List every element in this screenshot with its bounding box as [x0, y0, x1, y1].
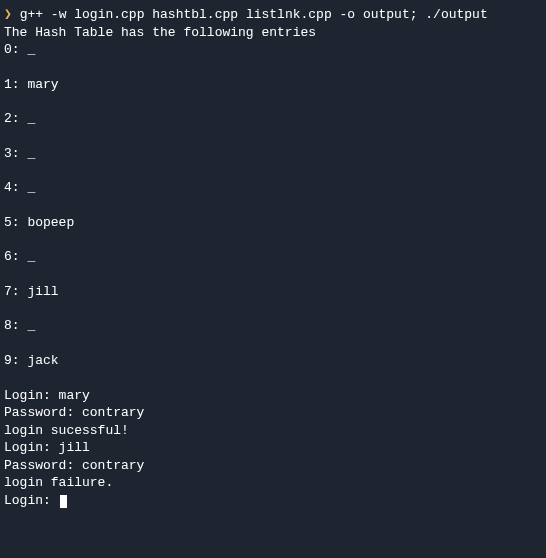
command-line: ❯ g++ -w login.cpp hashtbl.cpp listlnk.c…	[4, 6, 542, 24]
login-session: Login: maryPassword: contrarylogin suces…	[4, 387, 542, 492]
blank-line	[4, 335, 542, 352]
current-login-prompt[interactable]: Login:	[4, 492, 542, 510]
hash-entry: 1: mary	[4, 76, 542, 94]
session-line: Password: contrary	[4, 404, 542, 422]
hash-entry: 3: _	[4, 145, 542, 163]
blank-line	[4, 59, 542, 76]
session-line: Login: mary	[4, 387, 542, 405]
hash-entry: 0: _	[4, 41, 542, 59]
hash-entry: 5: bopeep	[4, 214, 542, 232]
blank-line	[4, 370, 542, 387]
hash-entry: 7: jill	[4, 283, 542, 301]
blank-line	[4, 197, 542, 214]
hash-entry: 8: _	[4, 317, 542, 335]
cursor	[60, 495, 67, 508]
session-line: Password: contrary	[4, 457, 542, 475]
hash-entry: 4: _	[4, 179, 542, 197]
session-line: login sucessful!	[4, 422, 542, 440]
command-text: g++ -w login.cpp hashtbl.cpp listlnk.cpp…	[20, 7, 488, 22]
header-line: The Hash Table has the following entries	[4, 24, 542, 42]
hash-entry: 6: _	[4, 248, 542, 266]
hash-entries: 0: _1: mary2: _3: _4: _5: bopeep6: _7: j…	[4, 41, 542, 369]
blank-line	[4, 162, 542, 179]
blank-line	[4, 93, 542, 110]
login-prompt-label: Login:	[4, 493, 59, 508]
blank-line	[4, 300, 542, 317]
blank-line	[4, 231, 542, 248]
blank-line	[4, 128, 542, 145]
session-line: login failure.	[4, 474, 542, 492]
blank-line	[4, 266, 542, 283]
hash-entry: 9: jack	[4, 352, 542, 370]
session-line: Login: jill	[4, 439, 542, 457]
prompt-symbol: ❯	[4, 7, 12, 22]
hash-entry: 2: _	[4, 110, 542, 128]
